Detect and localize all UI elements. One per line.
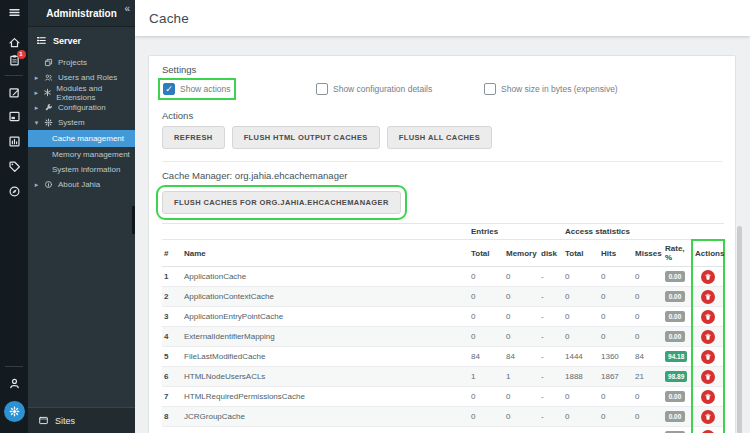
flush-cache-manager-button[interactable]: FLUSH CACHES FOR ORG.JAHIA.EHCACHEMANAGE… [162, 191, 401, 214]
page-body: Settings Show actionsShow configuration … [135, 36, 750, 433]
checkbox-box[interactable] [316, 83, 328, 95]
column-header-disk: disk [539, 240, 563, 267]
cell-misses: 21 [633, 367, 663, 387]
cell-entries-total: 0 [469, 267, 504, 287]
sidebar-item-memory-management[interactable]: Memory management [28, 147, 135, 162]
checkbox-label: Show configuration details [333, 84, 432, 94]
cell-misses: 0 [633, 427, 663, 433]
chevron-right-icon: ▸ [33, 181, 40, 189]
cell-hits: 0 [599, 407, 633, 427]
cell-access-total: 0 [563, 387, 599, 407]
home-icon[interactable] [0, 36, 28, 49]
server-list-icon [36, 35, 47, 46]
projects-icon [44, 58, 54, 67]
page-scrollbar[interactable] [737, 226, 742, 433]
column-header-hits: Hits [599, 240, 633, 267]
cache-statistics-table: Entries Access statistics #NameTotalMemo… [162, 223, 725, 433]
sidebar-item-sites[interactable]: Sites [28, 407, 135, 433]
cell-misses: 0 [633, 267, 663, 287]
cell-access-total: 0 [563, 407, 599, 427]
flush-cache-button[interactable] [701, 390, 715, 404]
info-icon [44, 180, 54, 189]
cell-actions [692, 267, 724, 287]
cell-access-total: 1888 [563, 367, 599, 387]
sidebar-footer-label: Sites [55, 416, 75, 426]
checkbox-show-size-in-bytes-expensive[interactable]: Show size in bytes (expensive) [484, 83, 618, 95]
cell-hits: 0 [599, 387, 633, 407]
flush-cache-button[interactable] [701, 410, 715, 424]
panels-icon[interactable] [0, 110, 28, 123]
flush-cache-button[interactable] [701, 350, 715, 364]
cell-rate: 98.89 [663, 367, 692, 387]
flush-cache-button[interactable] [701, 310, 715, 324]
table-row: 2 ApplicationContextCache 0 0 - 0 0 0 0.… [162, 287, 724, 307]
cell-actions [692, 367, 724, 387]
sidebar-item-cache-management[interactable]: Cache management [28, 130, 135, 147]
cell-entries-memory: 84 [504, 347, 539, 367]
flush-html-output-caches-button[interactable]: FLUSH HTML OUTPUT CACHES [232, 126, 380, 149]
sidebar-item-configuration[interactable]: ▸Configuration [28, 100, 135, 115]
cell-actions [692, 307, 724, 327]
sidebar-item-system-information[interactable]: System information [28, 162, 135, 177]
cell-hits: 0 [599, 427, 633, 433]
trash-icon [704, 413, 712, 421]
column-header-total: Total [469, 240, 504, 267]
column-header-memory: Memory [504, 240, 539, 267]
chevron-right-icon: ▸ [33, 89, 39, 97]
chart-icon[interactable] [0, 135, 28, 148]
cell-cache-name: ExternalIdentifierMapping [182, 327, 469, 347]
cell-entries-total: 0 [469, 327, 504, 347]
user-icon[interactable] [0, 377, 28, 390]
sidebar-item-modules-and-extensions[interactable]: ▸Modules and Extensions [28, 85, 135, 100]
checkbox-show-actions[interactable]: Show actions [163, 83, 231, 95]
cell-cache-name: ApplicationContextCache [182, 287, 469, 307]
cell-misses: 0 [633, 307, 663, 327]
cell-entries-memory: 1 [504, 367, 539, 387]
flush-cache-button[interactable] [701, 330, 715, 344]
sidebar-item-about-jahia[interactable]: ▸About Jahia [28, 177, 135, 192]
admin-sidebar: Administration « Server Projects▸Users a… [28, 0, 135, 433]
compose-icon[interactable] [0, 86, 28, 99]
sidebar-item-system[interactable]: ▾System [28, 115, 135, 130]
trash-icon [704, 373, 712, 381]
flush-cache-button[interactable] [701, 430, 715, 433]
cell-entries-memory: 0 [504, 407, 539, 427]
checkbox-box[interactable] [484, 83, 496, 95]
cell-rate: 0.00 [663, 387, 692, 407]
compass-icon[interactable] [0, 185, 28, 198]
checkbox-show-configuration-details[interactable]: Show configuration details [316, 83, 432, 95]
flush-cache-button[interactable] [701, 270, 715, 284]
tasks-clipboard-icon[interactable]: 1 [0, 54, 28, 67]
checkbox-label: Show actions [180, 84, 231, 94]
app-window: 1 Administration « Server Projects▸Users… [0, 0, 750, 433]
sidebar-item-projects[interactable]: Projects [28, 55, 135, 70]
cell-cache-name: FileLastModifiedCache [182, 347, 469, 367]
sidebar-scrollbar[interactable] [132, 206, 135, 234]
checkbox-label: Show size in bytes (expensive) [501, 84, 618, 94]
collapse-sidebar-button[interactable]: « [124, 3, 130, 14]
checkbox-box[interactable] [163, 83, 175, 95]
cell-cache-name: ApplicationEntryPointCache [182, 307, 469, 327]
chevron-right-icon: ▸ [33, 74, 40, 82]
tag-icon[interactable] [0, 160, 28, 173]
cell-hits: 0 [599, 327, 633, 347]
cell-num: 9 [162, 427, 182, 433]
table-row: 9 JCRGroupMembershipCache 0 0 - 0 0 0 0.… [162, 427, 724, 433]
refresh-button[interactable]: REFRESH [162, 126, 225, 149]
hamburger-menu-icon[interactable] [0, 6, 28, 19]
settings-gear-icon[interactable] [4, 401, 25, 422]
flush-cache-button[interactable] [701, 290, 715, 304]
sidebar-item-label: Configuration [58, 103, 106, 112]
notification-badge: 1 [17, 50, 26, 59]
cell-entries-memory: 0 [504, 307, 539, 327]
flush-cache-button[interactable] [701, 370, 715, 384]
chevron-right-icon: ▸ [33, 104, 40, 112]
cell-rate: 0.00 [663, 427, 692, 433]
settings-heading: Settings [162, 64, 722, 75]
icon-rail-divider [5, 366, 23, 367]
cell-entries-disk: - [539, 387, 563, 407]
sidebar-section-server[interactable]: Server [28, 31, 135, 50]
flush-all-caches-button[interactable]: FLUSH ALL CACHES [387, 126, 492, 149]
sidebar-item-label: Memory management [52, 150, 130, 159]
users-roles-icon [44, 73, 54, 82]
